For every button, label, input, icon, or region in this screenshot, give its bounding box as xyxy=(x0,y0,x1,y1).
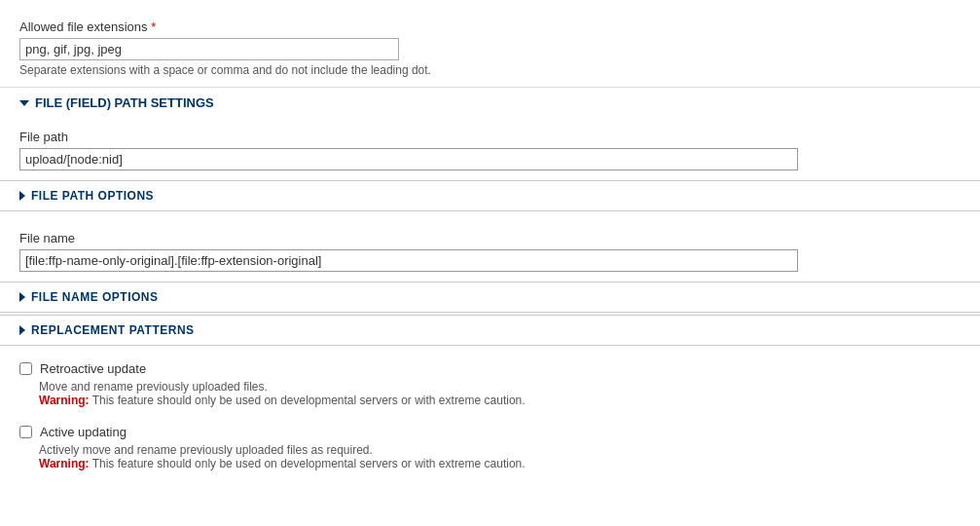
allowed-extensions-label: Allowed file extensions * xyxy=(19,19,961,34)
file-field-path-section: FILE (FIELD) PATH SETTINGS File path FIL… xyxy=(0,88,980,211)
retroactive-update-label: Retroactive update xyxy=(40,361,146,376)
arrow-right-icon-2 xyxy=(19,292,25,302)
required-marker: * xyxy=(151,19,156,34)
active-updating-section: Active updating Actively move and rename… xyxy=(0,417,980,480)
file-name-input[interactable] xyxy=(19,249,798,272)
file-name-label: File name xyxy=(19,231,961,245)
replacement-patterns-title: REPLACEMENT PATTERNS xyxy=(31,323,195,337)
file-path-options-section: FILE PATH OPTIONS xyxy=(0,180,980,211)
page-wrapper: Allowed file extensions * Separate exten… xyxy=(0,0,980,490)
arrow-right-icon-3 xyxy=(19,325,25,335)
retroactive-warning-text: This feature should only be used on deve… xyxy=(92,394,526,407)
file-name-options-header[interactable]: FILE NAME OPTIONS xyxy=(0,282,980,312)
arrow-right-icon xyxy=(19,191,25,201)
retroactive-update-row: Retroactive update xyxy=(19,361,961,376)
file-path-input[interactable] xyxy=(19,148,798,170)
file-name-section: File name xyxy=(0,219,980,282)
file-name-options-title: FILE NAME OPTIONS xyxy=(31,290,159,304)
retroactive-update-checkbox[interactable] xyxy=(19,362,32,375)
file-field-path-title: FILE (FIELD) PATH SETTINGS xyxy=(35,95,214,110)
active-warning-text: This feature should only be used on deve… xyxy=(92,457,526,470)
allowed-extensions-section: Allowed file extensions * Separate exten… xyxy=(0,10,980,87)
file-path-field: File path xyxy=(0,118,980,180)
active-updating-checkbox[interactable] xyxy=(19,426,32,438)
file-path-options-header[interactable]: FILE PATH OPTIONS xyxy=(0,181,980,210)
active-warning-prefix: Warning: xyxy=(39,457,90,470)
retroactive-update-section: Retroactive update Move and rename previ… xyxy=(0,348,980,417)
arrow-down-icon xyxy=(19,100,29,106)
active-updating-label: Active updating xyxy=(40,425,127,439)
replacement-patterns-section: REPLACEMENT PATTERNS xyxy=(0,315,980,346)
active-updating-row: Active updating xyxy=(19,425,961,439)
replacement-patterns-header[interactable]: REPLACEMENT PATTERNS xyxy=(0,316,980,345)
file-path-options-title: FILE PATH OPTIONS xyxy=(31,189,154,203)
allowed-extensions-hint: Separate extensions with a space or comm… xyxy=(19,63,961,77)
retroactive-warning-prefix: Warning: xyxy=(39,394,90,407)
allowed-extensions-input[interactable] xyxy=(19,38,399,60)
file-name-options-section: FILE NAME OPTIONS xyxy=(0,282,980,313)
active-updating-description: Actively move and rename previously uplo… xyxy=(39,443,961,470)
file-path-label: File path xyxy=(19,130,961,144)
retroactive-update-description: Move and rename previously uploaded file… xyxy=(39,380,961,407)
file-field-path-header[interactable]: FILE (FIELD) PATH SETTINGS xyxy=(0,88,980,118)
